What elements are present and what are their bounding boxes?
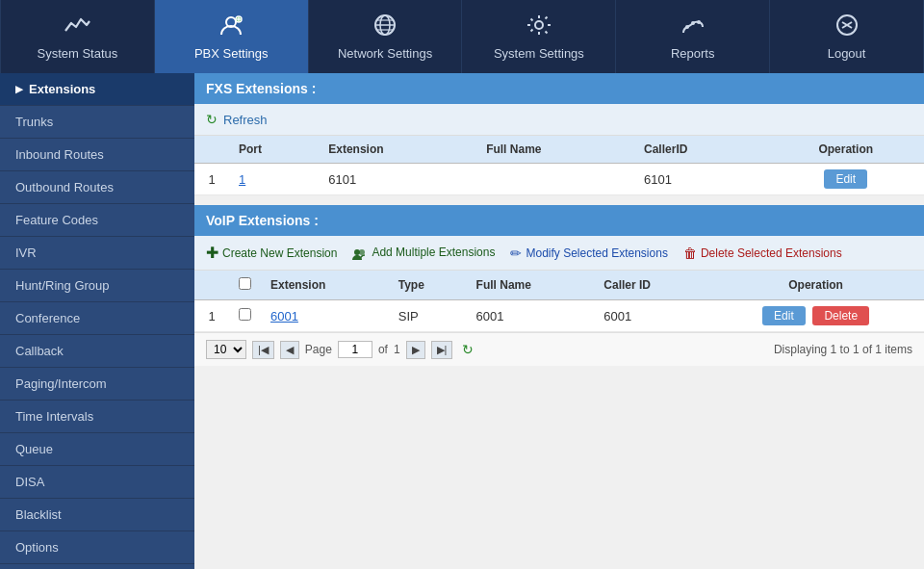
fxs-row-fullname bbox=[476, 164, 634, 195]
voip-section-header: VoIP Extensions : bbox=[194, 205, 924, 236]
pagination-refresh-icon[interactable]: ↻ bbox=[462, 342, 474, 357]
reports-icon bbox=[680, 13, 706, 40]
pbx-settings-icon bbox=[218, 13, 244, 40]
voip-section: VoIP Extensions : ✚ Create New Extension bbox=[194, 205, 924, 366]
voip-row-check bbox=[229, 300, 261, 332]
fxs-col-num bbox=[194, 136, 229, 164]
fxs-refresh-icon: ↻ bbox=[206, 112, 218, 127]
svg-point-12 bbox=[697, 20, 701, 24]
voip-row-checkbox[interactable] bbox=[239, 308, 251, 321]
page-label: Page bbox=[305, 343, 332, 356]
voip-row-type: SIP bbox=[389, 300, 467, 332]
voip-table: Extension Type Full Name Caller ID Opera… bbox=[194, 271, 924, 332]
main-content: FXS Extensions : ↻ Refresh Port Extensio… bbox=[194, 73, 924, 569]
prev-page-button[interactable]: ◀ bbox=[280, 341, 299, 359]
voip-row-operation: Edit Delete bbox=[707, 300, 924, 332]
sidebar-item-hunt-ring-group[interactable]: Hunt/Ring Group bbox=[0, 270, 194, 302]
fxs-port-link[interactable]: 1 bbox=[239, 172, 245, 187]
fxs-row-num: 1 bbox=[194, 164, 229, 195]
create-icon: ✚ bbox=[206, 244, 218, 262]
sidebar-item-disa[interactable]: DISA bbox=[0, 466, 194, 499]
nav-system-status[interactable]: System Status bbox=[0, 0, 155, 73]
voip-edit-button[interactable]: Edit bbox=[762, 306, 806, 325]
fxs-row-extension: 6101 bbox=[319, 164, 476, 195]
per-page-select[interactable]: 10 25 50 bbox=[206, 340, 246, 359]
fxs-section-header: FXS Extensions : bbox=[194, 73, 924, 104]
sidebar-item-extensions[interactable]: ▶ Extensions bbox=[0, 73, 194, 106]
voip-col-operation: Operation bbox=[707, 271, 924, 300]
voip-row-num: 1 bbox=[194, 300, 229, 332]
voip-row-extension: 6001 bbox=[261, 300, 389, 332]
sidebar: ▶ Extensions Trunks Inbound Routes Outbo… bbox=[0, 73, 194, 569]
top-nav: System Status PBX Settings Network Setti… bbox=[0, 0, 924, 73]
system-status-icon bbox=[64, 13, 90, 40]
first-page-button[interactable]: |◀ bbox=[252, 341, 274, 359]
sidebar-item-sip-settings[interactable]: SIP Settings bbox=[0, 564, 194, 569]
nav-network-settings[interactable]: Network Settings bbox=[309, 0, 463, 73]
fxs-table: Port Extension Full Name CallerID Operat… bbox=[194, 136, 924, 195]
nav-pbx-settings[interactable]: PBX Settings bbox=[155, 0, 309, 73]
fxs-table-header-row: Port Extension Full Name CallerID Operat… bbox=[194, 136, 924, 164]
fxs-row-operation: Edit bbox=[768, 164, 924, 195]
sidebar-item-options[interactable]: Options bbox=[0, 531, 194, 564]
fxs-col-fullname: Full Name bbox=[476, 136, 634, 164]
fxs-col-callerid: CallerID bbox=[634, 136, 767, 164]
fxs-col-extension: Extension bbox=[319, 136, 476, 164]
system-settings-icon bbox=[526, 13, 552, 40]
fxs-table-row: 1 1 6101 6101 Edit bbox=[194, 164, 924, 195]
voip-toolbar: ✚ Create New Extension Add Multiple Exte… bbox=[194, 236, 924, 271]
svg-point-10 bbox=[685, 25, 689, 29]
svg-point-9 bbox=[535, 21, 543, 29]
create-new-extension-button[interactable]: ✚ Create New Extension bbox=[206, 244, 337, 262]
voip-pagination-bar: 10 25 50 |◀ ◀ Page of 1 ▶ ▶| ↻ Displayin… bbox=[194, 332, 924, 366]
fxs-section: FXS Extensions : ↻ Refresh Port Extensio… bbox=[194, 73, 924, 195]
sidebar-item-conference[interactable]: Conference bbox=[0, 302, 194, 335]
sidebar-item-callback[interactable]: Callback bbox=[0, 335, 194, 368]
page-input[interactable] bbox=[338, 341, 372, 358]
svg-point-11 bbox=[691, 21, 695, 25]
voip-col-fullname: Full Name bbox=[467, 271, 595, 300]
modify-selected-button[interactable]: ✏ Modify Selected Extensions bbox=[510, 246, 667, 261]
sidebar-item-trunks[interactable]: Trunks bbox=[0, 106, 194, 139]
fxs-refresh-bar[interactable]: ↻ Refresh bbox=[194, 104, 924, 136]
nav-logout[interactable]: Logout bbox=[770, 0, 924, 73]
sidebar-item-queue[interactable]: Queue bbox=[0, 433, 194, 466]
fxs-edit-button[interactable]: Edit bbox=[824, 169, 867, 189]
voip-col-type: Type bbox=[389, 271, 467, 300]
sidebar-item-paging-intercom[interactable]: Paging/Intercom bbox=[0, 368, 194, 401]
delete-selected-button[interactable]: 🗑 Delete Selected Extensions bbox=[683, 246, 842, 261]
voip-select-all-checkbox[interactable] bbox=[239, 277, 251, 290]
voip-col-num bbox=[194, 271, 229, 300]
add-multiple-extensions-button[interactable]: Add Multiple Extensions bbox=[352, 245, 495, 260]
display-info: Displaying 1 to 1 of 1 items bbox=[774, 343, 912, 356]
delete-icon: 🗑 bbox=[683, 246, 697, 261]
main-layout: ▶ Extensions Trunks Inbound Routes Outbo… bbox=[0, 73, 924, 569]
sidebar-item-inbound-routes[interactable]: Inbound Routes bbox=[0, 139, 194, 171]
modify-icon: ✏ bbox=[510, 246, 522, 261]
nav-system-settings[interactable]: System Settings bbox=[462, 0, 616, 73]
next-page-button[interactable]: ▶ bbox=[406, 341, 425, 359]
fxs-col-port: Port bbox=[229, 136, 319, 164]
voip-table-row: 1 6001 SIP 6001 6001 Edit Delete bbox=[194, 300, 924, 332]
sidebar-item-outbound-routes[interactable]: Outbound Routes bbox=[0, 171, 194, 204]
add-multiple-icon bbox=[352, 245, 368, 260]
sidebar-item-time-intervals[interactable]: Time Intervals bbox=[0, 401, 194, 433]
voip-col-callerid: Caller ID bbox=[594, 271, 707, 300]
sidebar-item-feature-codes[interactable]: Feature Codes bbox=[0, 204, 194, 237]
voip-delete-button[interactable]: Delete bbox=[812, 306, 869, 325]
last-page-button[interactable]: ▶| bbox=[431, 341, 453, 359]
voip-row-fullname: 6001 bbox=[467, 300, 595, 332]
voip-col-extension: Extension bbox=[261, 271, 389, 300]
nav-reports[interactable]: Reports bbox=[616, 0, 770, 73]
fxs-row-port: 1 bbox=[229, 164, 319, 195]
total-pages: 1 bbox=[394, 343, 400, 356]
expand-arrow-icon: ▶ bbox=[15, 84, 23, 94]
sidebar-item-ivr[interactable]: IVR bbox=[0, 237, 194, 270]
fxs-row-callerid: 6101 bbox=[634, 164, 767, 195]
network-settings-icon bbox=[372, 13, 398, 40]
voip-row-callerid: 6001 bbox=[594, 300, 707, 332]
of-label: of bbox=[378, 343, 388, 356]
svg-point-17 bbox=[359, 249, 365, 255]
voip-extension-link[interactable]: 6001 bbox=[270, 309, 298, 323]
sidebar-item-blacklist[interactable]: Blacklist bbox=[0, 499, 194, 531]
